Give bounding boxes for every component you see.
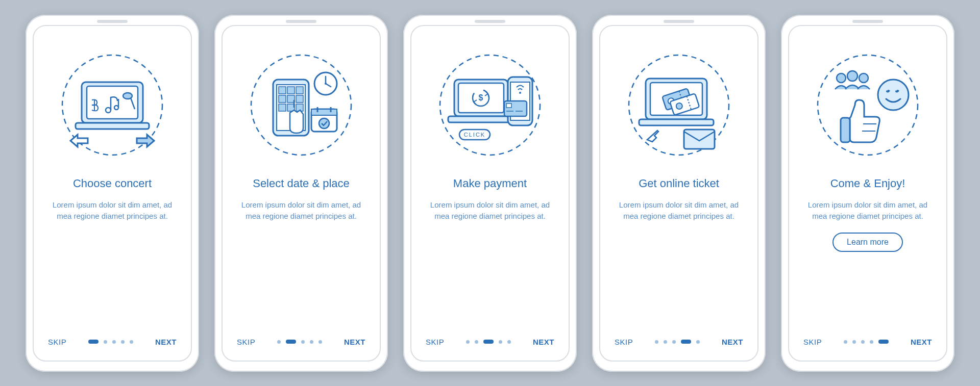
page-dot-3[interactable] [121,340,125,344]
page-dot-4[interactable] [318,340,322,344]
onboarding-title: Make payment [453,177,527,190]
page-dot-1[interactable] [286,340,296,344]
page-dot-1[interactable] [852,340,856,344]
page-dot-2[interactable] [672,340,676,344]
svg-rect-14 [279,95,286,102]
page-indicator [844,340,889,344]
skip-button[interactable]: SKIP [426,338,444,346]
onboarding-title: Get online ticket [639,177,719,190]
phone-screen: Get online ticket Lorem ipsum dolor sit … [599,25,758,362]
phone-speaker [97,20,128,23]
skip-button[interactable]: SKIP [237,338,255,346]
phone-screen: Come & Enjoy! Lorem ipsum dolor sit dim … [788,25,947,362]
payment-icon: $ CLICK [436,52,544,159]
phone-come-enjoy: Come & Enjoy! Lorem ipsum dolor sit dim … [781,15,954,372]
svg-rect-59 [841,118,850,142]
page-dot-4[interactable] [696,340,700,344]
onboarding-footer: SKIP NEXT [48,338,177,346]
page-dot-4[interactable] [507,340,511,344]
svg-rect-11 [279,87,286,94]
page-dot-0[interactable] [844,340,847,344]
page-dot-2[interactable] [483,340,494,344]
page-indicator [655,340,700,344]
svg-rect-12 [287,87,295,94]
page-dot-1[interactable] [475,340,478,344]
svg-rect-3 [76,123,149,129]
ticket-icon [625,52,732,159]
svg-point-56 [847,71,857,81]
page-dot-2[interactable] [861,340,865,344]
phone-speaker [286,20,316,23]
onboarding-footer: SKIP NEXT [237,338,365,346]
svg-point-57 [859,73,868,83]
svg-rect-31 [448,116,514,122]
svg-point-58 [878,80,909,110]
page-dot-3[interactable] [499,340,502,344]
page-dot-0[interactable] [277,340,281,344]
svg-rect-53 [684,130,715,149]
page-dot-4[interactable] [130,340,133,344]
svg-text:$: $ [479,93,483,102]
phone-choose-concert: Choose concert Lorem ipsum dolor sit dim… [26,15,199,372]
page-indicator [277,340,322,344]
svg-rect-38 [506,104,511,108]
onboarding-body: Lorem ipsum dolor sit dim amet, ad mea r… [51,199,174,222]
phone-screen: $ CLICK Make payment Lorem ipsum dolor s… [410,25,570,362]
svg-rect-24 [311,109,337,115]
page-dot-0[interactable] [466,340,470,344]
next-button[interactable]: NEXT [533,338,554,346]
page-dot-1[interactable] [104,340,107,344]
phone-speaker [852,20,883,23]
phone-screen: Select date & place Lorem ipsum dolor si… [222,25,381,362]
svg-rect-46 [639,119,714,125]
phone-get-ticket: Get online ticket Lorem ipsum dolor sit … [592,15,766,372]
svg-point-55 [837,73,846,83]
page-dot-3[interactable] [681,340,691,344]
learn-more-button[interactable]: Learn more [832,233,903,252]
onboarding-footer: SKIP NEXT [426,338,554,346]
page-dot-1[interactable] [664,340,667,344]
page-dot-0[interactable] [655,340,658,344]
svg-point-36 [519,92,521,94]
skip-button[interactable]: SKIP [48,338,66,346]
page-dot-3[interactable] [310,340,313,344]
laptop-music-icon [59,52,166,159]
onboarding-body: Lorem ipsum dolor sit dim amet, ad mea r… [240,199,362,222]
svg-text:CLICK: CLICK [464,132,485,138]
phone-select-date: Select date & place Lorem ipsum dolor si… [214,15,388,372]
svg-point-22 [325,83,327,85]
skip-button[interactable]: SKIP [803,338,822,346]
svg-rect-17 [279,104,286,111]
skip-button[interactable]: SKIP [615,338,633,346]
onboarding-title: Choose concert [73,177,152,190]
enjoy-icon [814,52,921,159]
svg-rect-13 [296,87,303,94]
onboarding-body: Lorem ipsum dolor sit dim amet, ad mea r… [429,199,551,222]
phone-screen: Choose concert Lorem ipsum dolor sit dim… [33,25,192,362]
onboarding-title: Come & Enjoy! [830,177,905,190]
page-indicator [88,340,133,344]
page-indicator [466,340,511,344]
next-button[interactable]: NEXT [344,338,365,346]
next-button[interactable]: NEXT [911,338,932,346]
onboarding-title: Select date & place [253,177,350,190]
page-dot-2[interactable] [112,340,116,344]
page-dot-4[interactable] [878,340,889,344]
svg-rect-16 [296,95,303,102]
onboarding-body: Lorem ipsum dolor sit dim amet, ad mea r… [806,199,929,222]
page-dot-2[interactable] [301,340,305,344]
svg-point-27 [319,118,329,128]
next-button[interactable]: NEXT [155,338,177,346]
next-button[interactable]: NEXT [722,338,743,346]
phone-make-payment: $ CLICK Make payment Lorem ipsum dolor s… [403,15,577,372]
onboarding-footer: SKIP NEXT [615,338,743,346]
onboarding-body: Lorem ipsum dolor sit dim amet, ad mea r… [618,199,740,222]
onboarding-footer: SKIP NEXT [803,338,932,346]
date-place-icon [248,52,355,159]
page-dot-3[interactable] [870,340,873,344]
page-dot-0[interactable] [88,340,99,344]
phone-speaker [664,20,694,23]
phone-speaker [475,20,505,23]
